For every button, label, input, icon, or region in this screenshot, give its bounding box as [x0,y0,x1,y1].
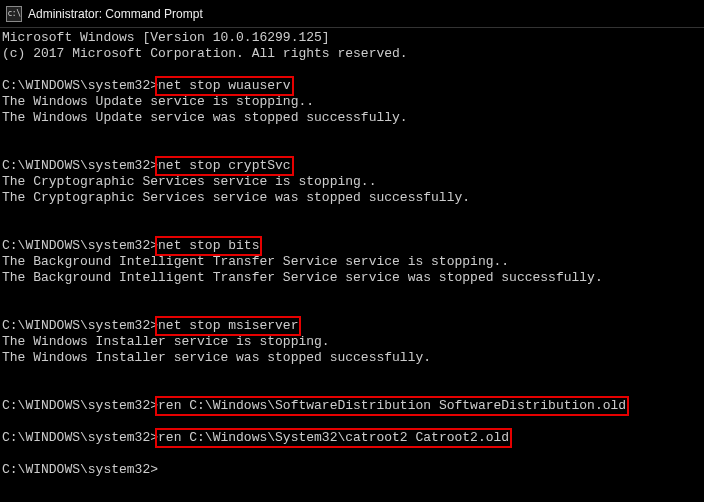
version-line: Microsoft Windows [Version 10.0.16299.12… [2,30,702,46]
output-line: The Windows Installer service was stoppe… [2,350,702,366]
window-title: Administrator: Command Prompt [28,7,203,21]
prompt: C:\WINDOWS\system32> [2,430,158,445]
blank-line [2,366,702,382]
cmd-icon: c:\ [6,6,22,22]
prompt-line: C:\WINDOWS\system32>net stop cryptSvc [2,158,702,174]
blank-line [2,446,702,462]
command-highlight: ren C:\Windows\System32\catroot2 Catroot… [155,428,512,448]
prompt: C:\WINDOWS\system32> [2,78,158,93]
command-highlight: net stop cryptSvc [155,156,294,176]
output-line: The Cryptographic Services service was s… [2,190,702,206]
terminal-output[interactable]: Microsoft Windows [Version 10.0.16299.12… [0,28,704,480]
blank-line [2,286,702,302]
command-highlight: net stop bits [155,236,262,256]
cmd-icon-glyph: c:\ [8,9,21,18]
command-highlight: ren C:\Windows\SoftwareDistribution Soft… [155,396,629,416]
output-line: The Background Intelligent Transfer Serv… [2,254,702,270]
output-line: The Windows Update service is stopping.. [2,94,702,110]
prompt-line: C:\WINDOWS\system32>net stop bits [2,238,702,254]
prompt-line: C:\WINDOWS\system32>net stop msiserver [2,318,702,334]
command-highlight: net stop msiserver [155,316,301,336]
prompt: C:\WINDOWS\system32> [2,318,158,333]
output-line: The Windows Update service was stopped s… [2,110,702,126]
prompt: C:\WINDOWS\system32> [2,462,158,477]
titlebar[interactable]: c:\ Administrator: Command Prompt [0,0,704,28]
prompt-line: C:\WINDOWS\system32>ren C:\Windows\Softw… [2,398,702,414]
blank-line [2,302,702,318]
output-line: The Cryptographic Services service is st… [2,174,702,190]
copyright-line: (c) 2017 Microsoft Corporation. All righ… [2,46,702,62]
output-line: The Background Intelligent Transfer Serv… [2,270,702,286]
blank-line [2,126,702,142]
command-highlight: net stop wuauserv [155,76,294,96]
prompt-line: C:\WINDOWS\system32>net stop wuauserv [2,78,702,94]
blank-line [2,142,702,158]
prompt-line: C:\WINDOWS\system32> [2,462,702,478]
prompt: C:\WINDOWS\system32> [2,238,158,253]
blank-line [2,222,702,238]
blank-line [2,62,702,78]
prompt: C:\WINDOWS\system32> [2,158,158,173]
prompt: C:\WINDOWS\system32> [2,398,158,413]
blank-line [2,206,702,222]
output-line: The Windows Installer service is stoppin… [2,334,702,350]
prompt-line: C:\WINDOWS\system32>ren C:\Windows\Syste… [2,430,702,446]
